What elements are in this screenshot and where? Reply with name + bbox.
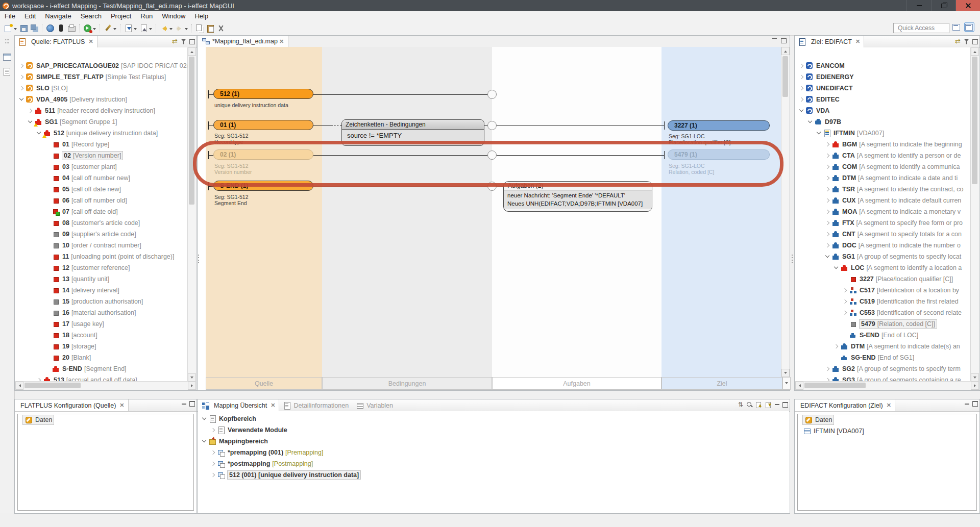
chevron-down-icon[interactable] xyxy=(36,130,43,137)
source-tree-vscrollbar[interactable] xyxy=(187,47,196,382)
target-tree-item-3227[interactable]: 3227[Place/location qualifier [C]] xyxy=(795,273,979,285)
save-all-button[interactable] xyxy=(29,23,40,34)
target-tree-item-d97b[interactable]: D97B xyxy=(795,116,979,128)
source-tree-item-14[interactable]: 14[delivery interval] xyxy=(15,285,196,296)
target-tree-item-vda[interactable]: VDA xyxy=(795,105,979,116)
target-tree-item-sg2[interactable]: SG2[A group of segments to specify term xyxy=(795,363,979,374)
overview-tree-item-kopfbereich[interactable]: Kopfbereich xyxy=(198,413,789,424)
source-tree-item-11[interactable]: 11[unloading point (point of discharge)] xyxy=(15,251,196,262)
chevron-right-icon[interactable] xyxy=(210,449,217,456)
chevron-right-icon[interactable] xyxy=(824,231,831,238)
target-tree-item-dtm[interactable]: DTM[A segment to indicate a date and ti xyxy=(795,172,979,184)
target-config-item-daten[interactable]: Daten xyxy=(798,414,976,425)
chevron-down-icon[interactable] xyxy=(27,118,34,126)
source-node-512[interactable]: 512 (1) xyxy=(213,89,313,99)
chevron-right-icon[interactable] xyxy=(833,343,840,350)
save-button[interactable] xyxy=(18,23,29,34)
target-config-item-iftmin-vda007-[interactable]: IFTMIN [VDA007] xyxy=(798,425,976,437)
chevron-right-icon[interactable] xyxy=(842,287,849,294)
web-button[interactable] xyxy=(45,23,56,34)
chevron-right-icon[interactable] xyxy=(18,85,26,92)
source-tree-hscrollbar[interactable] xyxy=(15,381,196,390)
target-tree-item-edienergy[interactable]: EDIENERGY xyxy=(795,71,979,83)
close-icon[interactable]: ✕ xyxy=(119,402,124,409)
tab-detail-information[interactable]: Detailinformationen xyxy=(279,399,352,411)
sort-icon[interactable]: ⇅ xyxy=(738,401,743,408)
search-icon[interactable] xyxy=(746,401,752,408)
source-tree-item-02[interactable]: 02[Version number] xyxy=(15,150,196,161)
source-tree-item-15[interactable]: 15[production authorisation] xyxy=(15,296,196,307)
overview-tree-item-512-001-unique-delivery-instruction-data-[interactable]: 512 (001) [unique delivery instruction d… xyxy=(198,469,789,481)
target-tree-item-cta[interactable]: CTA[A segment to identify a person or de xyxy=(795,150,979,161)
source-tree-item-19[interactable]: 19[storage] xyxy=(15,341,196,352)
import-button[interactable] xyxy=(123,23,138,34)
connection-point[interactable] xyxy=(487,150,497,160)
maximize-view-icon[interactable] xyxy=(189,39,195,44)
open-perspective-icon[interactable] xyxy=(952,23,961,31)
maximize-view-icon[interactable] xyxy=(781,38,787,43)
rail-grip[interactable] xyxy=(5,39,9,43)
left-sash-handle[interactable] xyxy=(197,254,200,265)
close-window-button[interactable] xyxy=(955,0,980,11)
overview-tree-item-mappingbereich[interactable]: Mappingbereich xyxy=(198,436,789,447)
tab-target-edifact[interactable]: Ziel: EDIFACT ✕ xyxy=(795,36,864,47)
source-tree-item-513[interactable]: 513[accrual and call off data] xyxy=(15,374,196,382)
mark-button[interactable] xyxy=(103,23,118,34)
chevron-right-icon[interactable] xyxy=(824,219,831,227)
connection-point[interactable] xyxy=(487,182,497,191)
maximize-view-icon[interactable] xyxy=(189,401,195,407)
source-tree-item-09[interactable]: 09[supplier's article code] xyxy=(15,229,196,240)
chevron-right-icon[interactable] xyxy=(842,298,849,305)
source-tree-item-05[interactable]: 05[call off date new] xyxy=(15,184,196,195)
source-node-s-end[interactable]: S-END (1) xyxy=(213,181,313,191)
connection-point[interactable] xyxy=(487,121,497,130)
close-icon[interactable]: ✕ xyxy=(855,38,860,45)
chevron-right-icon[interactable] xyxy=(18,62,26,69)
maximize-view-icon[interactable] xyxy=(782,402,788,408)
chevron-down-icon[interactable] xyxy=(18,96,26,103)
mapping-canvas[interactable]: 512 (1)unique delivery instruction data0… xyxy=(198,47,790,378)
chevron-down-icon[interactable] xyxy=(201,438,208,445)
source-tree-item-01[interactable]: 01[Record type] xyxy=(15,139,196,150)
chevron-right-icon[interactable] xyxy=(27,107,34,114)
run-button[interactable] xyxy=(82,23,97,34)
target-tree-item-dtm[interactable]: DTM[A segment to indicate date(s) an xyxy=(795,341,979,352)
chevron-right-icon[interactable] xyxy=(824,365,831,372)
chevron-right-icon[interactable] xyxy=(824,174,831,182)
source-tree-item-512[interactable]: 512[unique delivery instruction data] xyxy=(15,128,196,139)
mapgui-perspective-icon[interactable] xyxy=(964,22,974,32)
source-tree-item-04[interactable]: 04[call off number new] xyxy=(15,172,196,184)
source-tree-item-sap-pricecatalogue02[interactable]: SAP_PRICECATALOGUE02[SAP IDOC PRICAT 02(… xyxy=(15,60,196,71)
target-tree-item-iftmin[interactable]: IFTMIN[VDA007] xyxy=(795,128,979,139)
target-tree-item-bgm[interactable]: BGM[A segment to indicate the beginning xyxy=(795,139,979,150)
menu-search[interactable]: Search xyxy=(76,11,106,21)
chevron-right-icon[interactable] xyxy=(18,73,26,81)
target-tree-item-unedifact[interactable]: UNEDIFACT xyxy=(795,83,979,94)
source-tree-item-08[interactable]: 08[customer's article code] xyxy=(15,217,196,229)
chevron-right-icon[interactable] xyxy=(798,62,805,69)
chevron-right-icon[interactable] xyxy=(824,242,831,249)
menu-file[interactable]: File xyxy=(0,11,20,21)
menu-run[interactable]: Run xyxy=(136,11,157,21)
tab-source-flatplus[interactable]: Quelle: FLATPLUS ✕ xyxy=(15,36,97,47)
target-tree-item-doc[interactable]: DOC[A segment to indicate the number o xyxy=(795,240,979,251)
chevron-right-icon[interactable] xyxy=(210,426,217,434)
print-button[interactable] xyxy=(66,23,77,34)
footer-dropdown-button[interactable] xyxy=(782,377,791,390)
chevron-right-icon[interactable] xyxy=(824,152,831,159)
chevron-right-icon[interactable] xyxy=(798,73,805,81)
menu-help[interactable]: Help xyxy=(190,11,213,21)
forward-button[interactable] xyxy=(174,23,189,34)
target-tree-item-s-end[interactable]: S-END[End of LOC] xyxy=(795,330,979,341)
restore-window-button[interactable] xyxy=(931,0,955,11)
source-tree-item-03[interactable]: 03[customer plant] xyxy=(15,161,196,172)
export-button[interactable] xyxy=(138,23,154,34)
target-tree-item-sg3[interactable]: SG3[A group of segments containing a re xyxy=(795,374,979,382)
target-node-3227[interactable]: 3227 (1) xyxy=(668,120,770,131)
chevron-right-icon[interactable] xyxy=(210,471,217,479)
connection-point[interactable] xyxy=(487,90,497,99)
target-tree-item-sg1[interactable]: SG1[A group of segments to specify locat xyxy=(795,251,979,262)
outline-view-icon[interactable] xyxy=(4,68,10,76)
chevron-right-icon[interactable] xyxy=(798,96,805,103)
chevron-right-icon[interactable] xyxy=(210,460,217,467)
